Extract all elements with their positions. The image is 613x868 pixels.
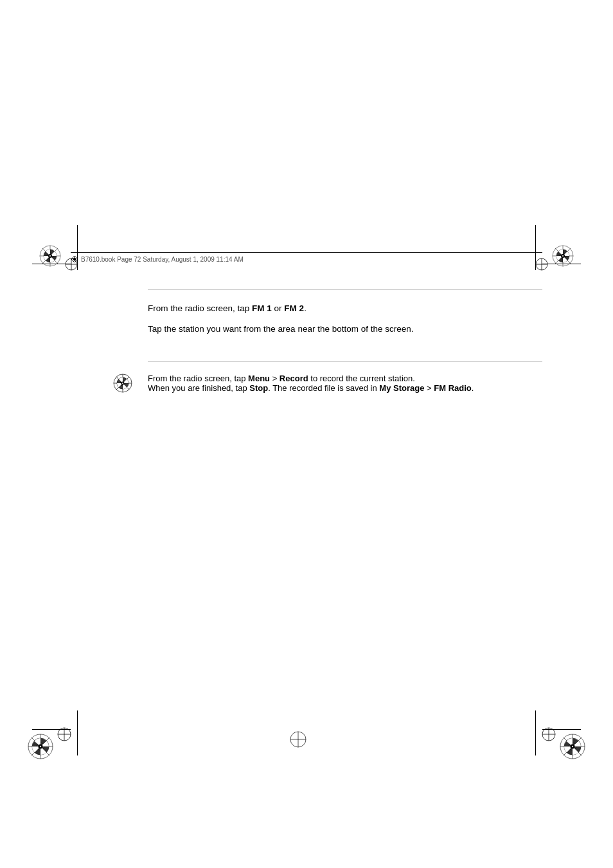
s2-arrow1: > — [270, 374, 280, 383]
section-1-or: or — [272, 303, 285, 313]
s2-prefix: From the radio screen, tap — [148, 374, 248, 383]
page-container: B7610.book Page 72 Saturday, August 1, 2… — [0, 0, 613, 868]
record-icon — [112, 373, 133, 393]
my-storage-label: My Storage — [379, 383, 424, 393]
svg-point-20 — [562, 255, 564, 257]
s2-p2-suffix: . — [472, 383, 474, 393]
section-1: From the radio screen, tap FM 1 or FM 2.… — [148, 289, 542, 336]
stop-label: Stop — [249, 383, 268, 393]
menu-label: Menu — [248, 374, 270, 383]
fm2-label: FM 2 — [284, 303, 304, 313]
section-1-suffix: . — [304, 303, 306, 313]
section-1-prefix: From the radio screen, tap — [148, 303, 252, 313]
section-2-para2: When you are finished, tap Stop. The rec… — [148, 383, 542, 393]
content-area: From the radio screen, tap FM 1 or FM 2.… — [148, 289, 542, 675]
crop-line-vr-bottom — [535, 710, 536, 755]
svg-marker-25 — [73, 257, 76, 261]
reg-mark-top-left — [39, 244, 62, 267]
s2-p2-middle: . The recorded file is saved in — [268, 383, 379, 393]
fm1-label: FM 1 — [252, 303, 272, 313]
section-1-para1: From the radio screen, tap FM 1 or FM 2. — [148, 302, 542, 316]
s2-p2-prefix: When you are finished, tap — [148, 383, 249, 393]
book-info-bar: B7610.book Page 72 Saturday, August 1, 2… — [71, 252, 542, 263]
section-2-para1: From the radio screen, tap Menu > Record… — [148, 374, 542, 383]
section-1-para2: Tap the station you want from the area n… — [148, 322, 542, 336]
section-2-divider — [148, 361, 542, 362]
record-icon-area — [112, 373, 133, 395]
reg-mark-bottom-right-inner — [541, 727, 556, 744]
reg-mark-bottom-left-large — [27, 733, 54, 762]
section-2-wrapper: From the radio screen, tap Menu > Record… — [148, 361, 542, 393]
book-info-icon — [71, 255, 78, 263]
reg-mark-bottom-right-large — [559, 733, 586, 762]
reg-mark-top-right — [551, 244, 574, 267]
svg-point-43 — [40, 746, 41, 747]
section-1-divider — [148, 289, 542, 290]
reg-mark-bottom-center — [289, 730, 307, 750]
reg-mark-bottom-left-inner — [57, 727, 72, 744]
svg-point-34 — [122, 383, 123, 384]
section-2-content: From the radio screen, tap Menu > Record… — [148, 374, 542, 393]
book-info-text: B7610.book Page 72 Saturday, August 1, 2… — [81, 256, 244, 263]
fm-radio-label: FM Radio — [434, 383, 472, 393]
svg-point-61 — [572, 746, 573, 747]
svg-point-8 — [49, 255, 51, 257]
record-label: Record — [280, 374, 308, 383]
s2-para1-suffix: to record the current station. — [308, 374, 415, 383]
crop-line-vl-bottom — [77, 710, 78, 755]
s2-arrow2: > — [424, 383, 434, 393]
